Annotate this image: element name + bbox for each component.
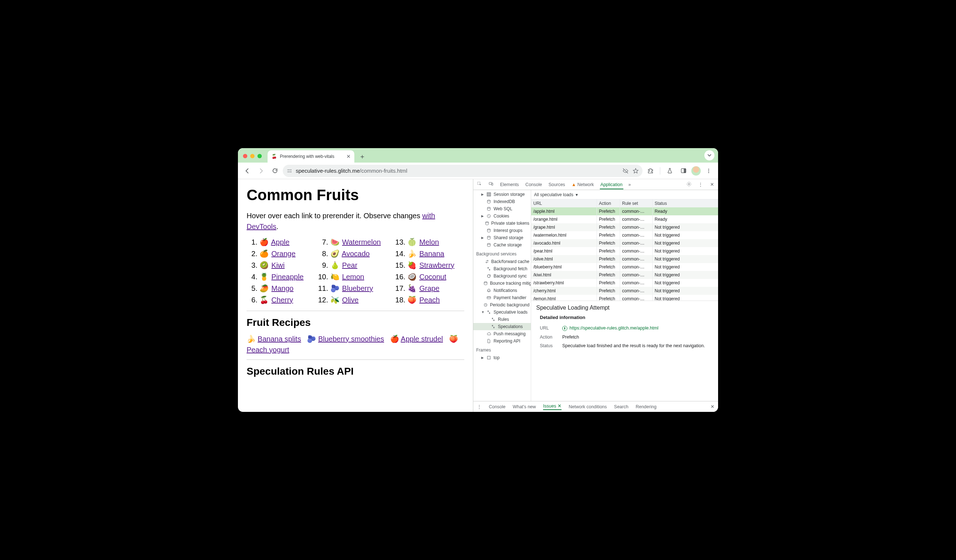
table-row[interactable]: /cherry.htmlPrefetchcommon-…Not triggere… [531, 287, 718, 295]
table-row[interactable]: /blueberry.htmlPrefetchcommon-…Not trigg… [531, 263, 718, 271]
fruit-link[interactable]: Strawberry [420, 261, 454, 269]
fruit-link[interactable]: Peach [420, 296, 440, 304]
sidebar-item[interactable]: Back/forward cache [473, 258, 531, 265]
maximize-window-button[interactable] [258, 154, 262, 158]
table-row[interactable]: /strawberry.htmlPrefetchcommon-…Not trig… [531, 279, 718, 287]
drawer-search[interactable]: Search [614, 404, 628, 409]
eye-off-icon[interactable] [622, 168, 629, 174]
reload-button[interactable] [269, 165, 281, 177]
labs-button[interactable] [664, 165, 675, 177]
tab-elements[interactable]: Elements [499, 180, 520, 189]
fruit-link[interactable]: Orange [272, 249, 296, 257]
table-row[interactable]: /orange.htmlPrefetchcommon-…Ready [531, 215, 718, 223]
close-icon[interactable]: ✕ [558, 403, 561, 409]
recipe-link[interactable]: Blueberry smoothies [318, 335, 384, 343]
bookmark-star-icon[interactable] [632, 168, 639, 174]
address-bar[interactable]: speculative-rules.glitch.me/common-fruit… [283, 165, 643, 177]
drawer-console[interactable]: Console [489, 404, 505, 409]
drawer-kebab-icon[interactable]: ⋮ [477, 404, 482, 409]
fruit-link[interactable]: Apple [271, 238, 289, 246]
fruit-link[interactable]: Watermelon [342, 238, 381, 246]
table-row[interactable]: /olive.htmlPrefetchcommon-…Not triggered [531, 255, 718, 263]
sidebar-item[interactable]: Bounce tracking mitigation [473, 280, 531, 287]
sidebar-item[interactable]: Background sync [473, 272, 531, 280]
sidebar-item[interactable]: ▶Cookies [473, 212, 531, 220]
devtools-kebab-icon[interactable]: ⋮ [697, 182, 704, 187]
sidepanel-button[interactable] [678, 165, 689, 177]
tab-sources[interactable]: Sources [548, 180, 566, 189]
extensions-button[interactable] [645, 165, 656, 177]
sidebar-item[interactable]: IndexedDB [473, 198, 531, 205]
drawer-whatsnew[interactable]: What's new [513, 404, 536, 409]
drawer-rendering[interactable]: Rendering [636, 404, 657, 409]
fruit-link[interactable]: Coconut [420, 273, 447, 281]
sidebar-item[interactable]: Reporting API [473, 337, 531, 345]
recipe-link[interactable]: Banana splits [258, 335, 301, 343]
table-row[interactable]: /apple.htmlPrefetchcommon-…Ready [531, 207, 718, 215]
table-row[interactable]: /lemon.htmlPrefetchcommon-…Not triggered [531, 295, 718, 301]
device-toggle-icon[interactable] [488, 181, 494, 188]
sidebar-item[interactable]: ▼Speculative loads [473, 309, 531, 316]
fruit-link[interactable]: Lemon [342, 273, 364, 281]
new-tab-button[interactable]: ＋ [357, 151, 367, 162]
table-row[interactable]: /grape.htmlPrefetchcommon-…Not triggered [531, 223, 718, 231]
speculations-table[interactable]: URL Action Rule set Status /apple.htmlPr… [531, 199, 718, 301]
tab-application[interactable]: Application [600, 180, 623, 189]
sidebar-item[interactable]: ▶Session storage [473, 191, 531, 198]
site-settings-icon[interactable] [286, 168, 292, 174]
sidebar-item[interactable]: ▶top [473, 354, 531, 361]
minimize-window-button[interactable] [250, 154, 255, 158]
fruit-link[interactable]: Banana [420, 249, 444, 257]
fruit-link[interactable]: Avocado [342, 249, 370, 257]
fruit-link[interactable]: Melon [420, 238, 439, 246]
fruit-link[interactable]: Kiwi [272, 261, 285, 269]
detail-url-link[interactable]: https://speculative-rules.glitch.me/appl… [569, 326, 659, 331]
devtools-close-icon[interactable]: ✕ [709, 182, 715, 187]
sidebar-item[interactable]: Background fetch [473, 265, 531, 272]
drawer-close-icon[interactable]: ✕ [711, 404, 714, 409]
sidebar-item[interactable]: Periodic background sync [473, 301, 531, 309]
sidebar-item[interactable]: ▶Shared storage [473, 234, 531, 242]
fruit-link[interactable]: Mango [272, 284, 294, 292]
fruit-link[interactable]: Blueberry [342, 284, 373, 292]
drawer-issues[interactable]: Issues ✕ [543, 403, 561, 410]
sidebar-item[interactable]: Interest groups [473, 227, 531, 234]
speculations-filter[interactable]: All speculative loads ▾ [531, 190, 718, 199]
sidebar-item[interactable]: Rules [473, 316, 531, 323]
fruit-link[interactable]: Olive [342, 296, 358, 304]
close-tab-icon[interactable]: ✕ [346, 154, 351, 159]
inspect-icon[interactable] [476, 181, 483, 188]
chrome-menu-button[interactable] [703, 165, 714, 177]
forward-button[interactable] [255, 165, 267, 177]
close-window-button[interactable] [243, 154, 247, 158]
table-row[interactable]: /avocado.htmlPrefetchcommon-…Not trigger… [531, 239, 718, 247]
sidebar-item[interactable]: Notifications [473, 287, 531, 294]
recipe-link[interactable]: Peach yogurt [247, 346, 289, 354]
sidebar-item[interactable]: Speculations [473, 323, 531, 330]
sidebar-item[interactable]: Web SQL [473, 205, 531, 212]
profile-avatar[interactable] [691, 166, 701, 176]
sidebar-item[interactable]: Payment handler [473, 294, 531, 301]
application-sidebar[interactable]: ▶Session storageIndexedDBWeb SQL▶Cookies… [473, 190, 531, 401]
table-row[interactable]: /watermelon.htmlPrefetchcommon-…Not trig… [531, 231, 718, 239]
recipe-link[interactable]: Apple strudel [401, 335, 443, 343]
devtools-settings-icon[interactable] [686, 181, 692, 188]
more-tabs-icon[interactable]: » [628, 182, 631, 187]
tab-overflow-button[interactable] [704, 150, 714, 160]
fruit-link[interactable]: Pear [342, 261, 357, 269]
sidebar-item[interactable]: Push messaging [473, 330, 531, 337]
back-button[interactable] [242, 165, 253, 177]
sidebar-item[interactable]: Private state tokens [473, 220, 531, 227]
browser-window: 🍒 Prerendering with web-vitals ✕ ＋ specu… [238, 148, 718, 412]
fruit-link[interactable]: Grape [420, 284, 440, 292]
tab-network[interactable]: ▲ Network [571, 180, 595, 189]
fruit-link[interactable]: Pineapple [272, 273, 304, 281]
tab-console[interactable]: Console [525, 180, 543, 189]
table-row[interactable]: /pear.htmlPrefetchcommon-…Not triggered [531, 247, 718, 255]
browser-tab[interactable]: 🍒 Prerendering with web-vitals ✕ [267, 150, 354, 163]
fruit-item: 10.🍋 Lemon [318, 271, 381, 282]
sidebar-item[interactable]: Cache storage [473, 242, 531, 249]
drawer-network-conditions[interactable]: Network conditions [569, 404, 607, 409]
table-row[interactable]: /kiwi.htmlPrefetchcommon-…Not triggered [531, 271, 718, 279]
fruit-link[interactable]: Cherry [272, 296, 293, 304]
